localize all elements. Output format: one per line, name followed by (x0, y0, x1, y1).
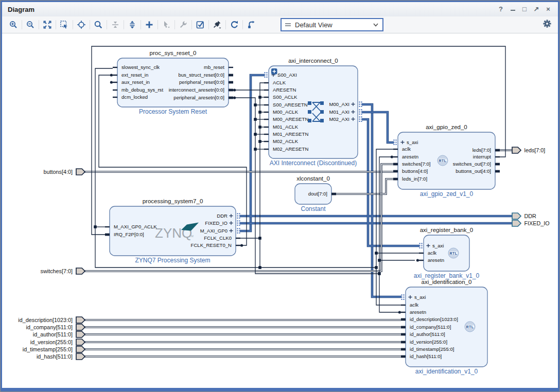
design-settings-button[interactable] (177, 18, 190, 31)
regenerate-layout-button[interactable] (227, 18, 241, 31)
external-port-buttons[4:0][interactable]: buttons[4:0] (44, 169, 85, 175)
svg-text:M_AXI_GP0: M_AXI_GP0 (200, 228, 227, 234)
port-xlconstant_0-dout[7:0][interactable]: dout[7:0] (308, 191, 336, 197)
port-proc_sys_reset_0-aux_reset_in[interactable]: aux_reset_in (110, 79, 150, 85)
pointer-mode-icon (162, 20, 171, 29)
svg-text:peripheral_reset[0:0]: peripheral_reset[0:0] (179, 79, 224, 85)
expand-block-icon[interactable] (271, 68, 277, 75)
svg-text:mb_debug_sys_rst: mb_debug_sys_rst (121, 87, 163, 93)
svg-text:M01_AXI: M01_AXI (329, 109, 349, 115)
search-button[interactable] (92, 18, 105, 31)
external-port-id_author[511:0][interactable]: id_author[511:0] (33, 331, 85, 337)
external-port-FIXED_IO[interactable]: FIXED_IO (512, 220, 550, 226)
port-axi_identification_0-aclk[interactable]: aclk (401, 302, 418, 308)
external-port-id_description[1023:0][interactable]: id_description[1023:0] (18, 317, 85, 323)
external-port-id_version[255:0][interactable]: id_version[255:0] (30, 339, 85, 345)
wire-junction (258, 111, 261, 114)
wire[interactable] (336, 179, 393, 194)
port-axi_gpio_zed_0-aresetn[interactable]: aresetn (391, 154, 418, 159)
port-axi_register_bank_0-aclk[interactable]: aclk (419, 250, 436, 256)
svg-text:interrupt: interrupt (473, 154, 492, 159)
collapse-hierarchy-button[interactable] (109, 18, 122, 31)
add-ip-icon (145, 20, 154, 29)
close-button[interactable]: × (545, 5, 552, 13)
svg-text:s_axi: s_axi (432, 243, 444, 248)
port-axi_identification_0-id_description[1023:0][interactable]: id_description[1023:0] (401, 316, 458, 322)
float-button[interactable]: ↗ (533, 5, 540, 13)
svg-text:FCLK_RESET0_N: FCLK_RESET0_N (191, 242, 232, 248)
svg-text:leds[7:0]: leds[7:0] (472, 147, 491, 153)
validate-design-button[interactable] (194, 18, 207, 31)
external-port-label: buttons[4:0] (44, 169, 73, 175)
block-processing_system7_0[interactable]: processing_system7_0ZYNQ7 Processing Sys… (105, 198, 243, 264)
help-button[interactable]: ? (497, 5, 504, 13)
svg-text:id_company[511:0]: id_company[511:0] (410, 324, 451, 330)
diagram-canvas[interactable]: proc_sys_reset_0Processor System Resetsl… (2, 33, 558, 388)
external-port-switches[7:0][interactable]: switches[7:0] (41, 268, 85, 274)
wire-junction (94, 225, 97, 228)
wire-junction (375, 252, 378, 255)
external-port-DDR[interactable]: DDR (512, 213, 536, 219)
port-axi_identification_0-aresetn[interactable]: aresetn (398, 309, 426, 315)
external-port-leds[7:0][interactable]: leds[7:0] (512, 147, 545, 153)
settings-button[interactable] (542, 19, 552, 30)
svg-text:dcm_locked: dcm_locked (121, 94, 148, 100)
block-axi_register_bank_0[interactable]: axi_register_bank_0axi_register_bank_v1_… (414, 227, 480, 279)
toolbar-separator (191, 20, 192, 29)
port-proc_sys_reset_0-ext_reset_in[interactable]: ext_reset_in (110, 72, 148, 78)
block-axi_interconnect_0[interactable]: axi_interconnect_0AXI Interconnect (Disc… (264, 58, 362, 167)
regenerate-layout-icon (230, 20, 239, 29)
zoom-fit-button[interactable] (41, 18, 54, 31)
block-footer-label: axi_identification_v1_0 (415, 368, 478, 375)
svg-text:id_timestamp[255:0]: id_timestamp[255:0] (410, 346, 454, 352)
maximize-button[interactable]: □ (521, 5, 528, 13)
external-port-id_timestamp[255:0][interactable]: id_timestamp[255:0] (23, 346, 85, 352)
block-proc_sys_reset_0[interactable]: proc_sys_reset_0Processor System Resetsl… (110, 50, 236, 115)
zoom-out-button[interactable] (24, 18, 37, 31)
add-ip-button[interactable] (143, 18, 156, 31)
svg-text:ext_reset_in: ext_reset_in (121, 72, 148, 78)
expand-hierarchy-button[interactable] (126, 18, 139, 31)
block-xlconstant_0[interactable]: xlconstant_0Constantdout[7:0] (295, 175, 336, 212)
port-axi_gpio_zed_0-leds[7:0][interactable]: leds[7:0] (472, 147, 500, 153)
external-port-id_hash[511:0][interactable]: id_hash[511:0] (37, 353, 85, 360)
center-view-button[interactable] (75, 18, 88, 31)
port-axi_interconnect_0-ACLK[interactable]: ACLK (264, 80, 286, 85)
svg-text:bus_struct_reset[0:0]: bus_struct_reset[0:0] (178, 72, 224, 78)
toolbar-separator (174, 20, 175, 29)
svg-text:id_version[255:0]: id_version[255:0] (410, 339, 447, 345)
external-port-id_company[511:0][interactable]: id_company[511:0] (26, 324, 85, 330)
wire-junction (254, 118, 257, 121)
pin-button[interactable] (211, 18, 224, 31)
block-footer-label: axi_gpio_zed_v1_0 (420, 190, 474, 198)
block-axi_identification_0[interactable]: axi_identification_0axi_identification_v… (398, 279, 487, 375)
view-selector-dropdown[interactable]: Default View (281, 18, 383, 31)
titlebar[interactable]: Diagram ?□↗× (2, 2, 558, 17)
svg-text:s_axi: s_axi (414, 294, 426, 300)
block-footer-label: AXI Interconnect (Discontinued) (270, 159, 357, 167)
pointer-mode-button[interactable] (160, 18, 173, 31)
wire[interactable] (379, 274, 398, 312)
svg-text:IRQ_F2P[0:0]: IRQ_F2P[0:0] (114, 231, 144, 237)
design-settings-icon (179, 20, 188, 29)
reroute-nets-button[interactable] (244, 18, 258, 31)
port-axi_gpio_zed_0-aclk[interactable]: aclk (393, 146, 411, 152)
wire-junction (378, 272, 381, 275)
svg-text:aclk: aclk (410, 302, 418, 308)
svg-text:ARESETN: ARESETN (273, 87, 296, 93)
svg-text:leds_in[7:0]: leds_in[7:0] (402, 176, 427, 182)
toolbar-separator (157, 20, 158, 29)
port-axi_gpio_zed_0-interrupt[interactable]: interrupt (473, 154, 500, 159)
port-axi_register_bank_0-aresetn[interactable]: aresetn (416, 257, 444, 263)
toolbar-separator (107, 20, 107, 29)
validate-design-icon (196, 20, 205, 29)
search-icon (94, 20, 103, 29)
zoom-to-selection-button[interactable] (58, 18, 71, 31)
zoom-in-button[interactable] (7, 18, 20, 31)
minimize-button[interactable] (509, 5, 516, 13)
svg-text:RTL: RTL (439, 159, 447, 163)
wire[interactable] (362, 112, 394, 142)
toolbar-separator (73, 20, 73, 29)
diagram-window: Diagram ?□↗× Default View proc_sys_reset… (0, 0, 560, 392)
block-axi_gpio_zed_0[interactable]: axi_gpio_zed_0axi_gpio_zed_v1_0s_axiaclk… (391, 124, 500, 198)
